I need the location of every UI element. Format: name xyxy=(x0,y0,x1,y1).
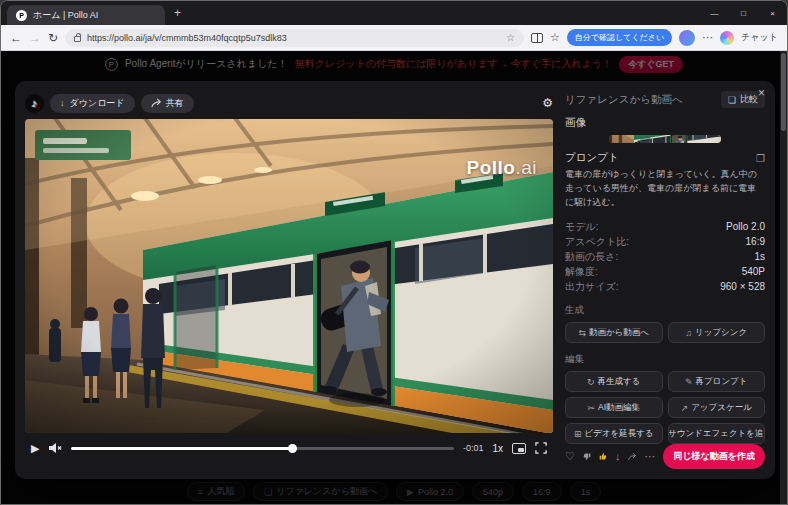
download-icon: ↓ xyxy=(60,98,65,108)
video-detail-modal: × ♪ ↓ ダウンロード 共有 ⚙ xyxy=(15,81,775,479)
browser-titlebar: P ホーム | Pollo AI + — □ × xyxy=(1,1,787,25)
reprompt-button[interactable]: ✎ 再プロンプト xyxy=(668,371,766,392)
create-similar-video-button[interactable]: 同じ様な動画を作成 xyxy=(663,444,765,469)
lock-icon xyxy=(74,36,81,42)
image-section-label: 画像 xyxy=(565,116,765,130)
add-sound-effect-button[interactable]: ♪ サウンドエフェクトを追加 xyxy=(668,423,766,444)
thumbs-up-icon[interactable] xyxy=(599,451,607,462)
download-button[interactable]: ↓ ダウンロード xyxy=(50,94,135,113)
generation-details: モデル: Pollo 2.0 アスペクト比: 16:9 動画の長さ: 1s 解像… xyxy=(565,219,765,294)
detail-resolution: 解像度: 540P xyxy=(565,264,765,279)
profile-avatar[interactable] xyxy=(679,30,695,46)
copilot-icon[interactable] xyxy=(720,31,734,45)
prompt-text: 電車の扉がゆっくりと閉まっていく。真ん中の走っている男性が、電車の扉が閉まる前に… xyxy=(565,168,765,210)
copy-prompt-icon[interactable]: ❐ xyxy=(756,153,765,164)
pollo-page: P Pollo Agentがリリースされました！ 無料クレジットの付与数には限り… xyxy=(1,51,787,504)
reference-image-thumbnail[interactable] xyxy=(609,135,721,143)
playback-speed-button[interactable]: 1x xyxy=(492,443,503,454)
scissors-icon: ✂ xyxy=(587,403,595,413)
compare-icon: ❏ xyxy=(728,95,736,105)
video-frame[interactable]: Pollo.ai xyxy=(25,119,553,433)
upscale-button[interactable]: ↗ アップスケール xyxy=(668,397,766,418)
tab-title: ホーム | Pollo AI xyxy=(33,9,98,22)
ai-video-edit-button[interactable]: ✂ AI動画編集 xyxy=(565,397,663,418)
more-actions-icon[interactable]: ⋯ xyxy=(644,451,655,462)
prompt-section-label: プロンプト xyxy=(565,151,619,165)
progress-fill xyxy=(71,447,293,450)
download-video-icon[interactable]: ↓ xyxy=(615,451,621,462)
share-icon xyxy=(151,98,161,108)
pollo-watermark: Pollo.ai xyxy=(466,157,537,179)
browser-toolbar: ← → ↻ https://pollo.ai/ja/v/cmmmb53m40fq… xyxy=(1,25,787,51)
volume-muted-icon[interactable] xyxy=(48,442,62,454)
modal-close-button[interactable]: × xyxy=(758,86,765,100)
browser-window: P ホーム | Pollo AI + — □ × ← → ↻ https://p… xyxy=(0,0,788,505)
browser-tab[interactable]: P ホーム | Pollo AI xyxy=(7,5,165,25)
play-button[interactable]: ▶ xyxy=(31,443,39,454)
progress-bar[interactable] xyxy=(71,447,453,450)
favorites-icon[interactable]: ☆ xyxy=(550,32,560,43)
detail-model: モデル: Pollo 2.0 xyxy=(565,219,765,234)
extend-icon: ⊞ xyxy=(574,429,582,439)
picture-in-picture-icon[interactable] xyxy=(512,443,526,454)
bookmark-star-icon[interactable]: ☆ xyxy=(506,32,515,43)
detail-duration: 動画の長さ: 1s xyxy=(565,249,765,264)
time-remaining: -0:01 xyxy=(463,443,484,453)
regenerate-icon: ↻ xyxy=(587,377,595,387)
pollo-favicon: P xyxy=(16,10,27,21)
minimize-button[interactable]: — xyxy=(700,1,729,25)
generate-section-label: 生成 xyxy=(565,304,765,317)
lip-sync-button[interactable]: ♫ リップシンク xyxy=(668,322,766,343)
edit-section-label: 編集 xyxy=(565,353,765,366)
lip-sync-icon: ♫ xyxy=(685,328,692,338)
detail-aspect-ratio: アスペクト比: 16:9 xyxy=(565,234,765,249)
player-settings-gear-icon[interactable]: ⚙ xyxy=(542,96,553,110)
share-video-icon[interactable] xyxy=(628,451,636,462)
share-button[interactable]: 共有 xyxy=(141,94,194,113)
chat-label: チャット xyxy=(741,31,778,44)
new-tab-button[interactable]: + xyxy=(174,6,181,20)
forward-button[interactable]: → xyxy=(29,32,41,44)
url-text: https://pollo.ai/ja/v/cmmmb53m40fqcqtp5u… xyxy=(87,33,500,43)
favorite-heart-icon[interactable]: ♡ xyxy=(565,451,575,462)
fullscreen-icon[interactable] xyxy=(535,442,547,454)
video-player: ♪ ↓ ダウンロード 共有 ⚙ xyxy=(25,91,553,469)
split-screen-icon[interactable] xyxy=(531,33,543,43)
thumbs-down-icon[interactable] xyxy=(583,451,591,462)
page-scrollbar[interactable] xyxy=(780,51,787,504)
back-button[interactable]: ← xyxy=(10,32,22,44)
refresh-button[interactable]: ↻ xyxy=(48,32,58,44)
window-close-button[interactable]: × xyxy=(758,1,787,25)
video-controls: ▶ -0:01 1x xyxy=(25,433,553,463)
browser-more-icon[interactable]: ⋯ xyxy=(702,32,713,43)
maximize-button[interactable]: □ xyxy=(729,1,758,25)
scrollbar-thumb[interactable] xyxy=(781,53,786,131)
panel-title: リファレンスから動画へ xyxy=(565,93,683,107)
video-to-video-icon: ⇆ xyxy=(578,328,586,338)
generation-info-panel: リファレンスから動画へ ❏ 比較 画像 プロンプト ❐ 電車の扉がゆっくりと閉ま… xyxy=(565,91,765,469)
upscale-icon: ↗ xyxy=(681,403,689,413)
reprompt-icon: ✎ xyxy=(685,377,693,387)
verify-button[interactable]: 自分で確認してください xyxy=(567,29,672,46)
address-bar[interactable]: https://pollo.ai/ja/v/cmmmb53m40fqcqtp5u… xyxy=(65,29,524,47)
regenerate-button[interactable]: ↻ 再生成する xyxy=(565,371,663,392)
extend-video-button[interactable]: ⊞ ビデオを延長する xyxy=(565,423,663,444)
video-actions-row: ♡ ↓ ⋯ 同じ様な動画を作成 xyxy=(565,444,765,469)
tiktok-icon[interactable]: ♪ xyxy=(25,94,44,113)
detail-output-size: 出力サイズ: 960 × 528 xyxy=(565,279,765,294)
video-to-video-button[interactable]: ⇆ 動画から動画へ xyxy=(565,322,663,343)
